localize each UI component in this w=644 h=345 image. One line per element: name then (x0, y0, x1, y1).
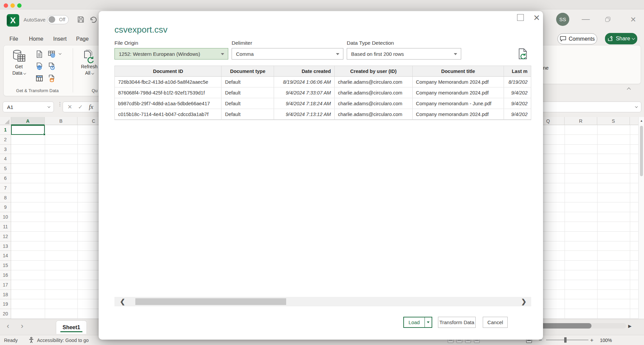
zoom-level[interactable]: 100% (600, 338, 612, 343)
table-row[interactable]: b987cd5b-29f7-4d8d-a1aa-5dbde66ae417Defa… (115, 98, 531, 109)
table-column-header[interactable]: Created by user (ID) (335, 66, 413, 76)
row-header-3[interactable]: 3 (0, 147, 11, 152)
active-cell-a1[interactable] (11, 125, 45, 135)
tab-file[interactable]: File (9, 36, 18, 42)
row-header-9[interactable]: 9 (0, 204, 11, 210)
drag-handle-icon[interactable]: ⋮ (57, 103, 60, 106)
row-header-4[interactable]: 4 (0, 156, 11, 161)
row-header-8[interactable]: 8 (0, 195, 11, 200)
table-cell: charlie.adams@circularo.com (335, 77, 413, 87)
row-header-5[interactable]: 5 (0, 166, 11, 171)
next-sheet-icon[interactable]: › (21, 322, 23, 331)
transform-data-button[interactable]: Transform Data (438, 317, 476, 328)
zoom-traffic-light[interactable] (17, 3, 22, 8)
row-header-10[interactable]: 10 (0, 214, 11, 220)
prev-sheet-icon[interactable]: ‹ (7, 322, 9, 331)
excel-logo-icon[interactable]: X (7, 14, 19, 27)
column-header-R[interactable]: R (565, 117, 597, 125)
table-column-header[interactable]: Date created (274, 66, 335, 76)
get-data-button[interactable]: Get Data (8, 49, 29, 76)
delimiter-select[interactable]: Comma (232, 48, 343, 60)
user-avatar[interactable]: SS (556, 13, 569, 26)
tab-insert[interactable]: Insert (53, 36, 67, 42)
collapse-ribbon-icon[interactable] (627, 87, 631, 91)
row-header-6[interactable]: 6 (0, 176, 11, 181)
table-row[interactable]: c015b18c-7114-4e41-b047-cdccd3a1ab7fDefa… (115, 109, 531, 120)
scroll-left-icon[interactable]: ❮ (120, 298, 125, 305)
sheet-tab[interactable]: Sheet1 (56, 320, 87, 334)
zoom-in-button[interactable]: + (590, 337, 594, 344)
row-header-12[interactable]: 12 (0, 234, 11, 239)
file-origin-select[interactable]: 1252: Western European (Windows) (114, 48, 228, 60)
fill-handle[interactable] (43, 133, 45, 136)
from-text-csv-icon[interactable] (35, 50, 43, 58)
row-header-13[interactable]: 13 (0, 243, 11, 249)
row-header-17[interactable]: 17 (0, 282, 11, 288)
table-row[interactable]: 876068f4-798d-425f-b1f2-92ef17539d1fDefa… (115, 87, 531, 98)
row-header-2[interactable]: 2 (0, 137, 11, 142)
data-type-select[interactable]: Based on first 200 rows (347, 48, 461, 60)
scroll-right-icon[interactable]: ❯ (521, 298, 527, 305)
close-traffic-light[interactable] (4, 3, 8, 8)
fx-cancel-icon[interactable]: × (68, 103, 72, 111)
minimize-traffic-light[interactable] (10, 3, 15, 8)
recent-sources-icon[interactable] (47, 62, 56, 70)
zoom-slider-thumb[interactable] (564, 337, 567, 343)
table-cell: 9/4/202 (504, 87, 531, 98)
from-table-range-icon[interactable] (35, 74, 43, 82)
close-button[interactable]: × (628, 14, 638, 25)
refresh-all-button[interactable]: Refresh All (77, 49, 101, 76)
name-box[interactable]: A1 (3, 102, 54, 112)
table-column-header[interactable]: Document ID (115, 66, 222, 76)
expand-formula-bar-icon[interactable] (635, 105, 638, 108)
row-header-16[interactable]: 16 (0, 272, 11, 278)
tab-page-layout[interactable]: Page (76, 36, 89, 42)
load-button[interactable]: Load (404, 317, 425, 327)
from-picture-icon[interactable] (47, 50, 56, 58)
vertical-scrollbar[interactable]: ▲ (638, 117, 644, 319)
row-header-14[interactable]: 14 (0, 253, 11, 258)
preview-table-scrollbar[interactable]: ❮ ❯ (114, 297, 531, 306)
row-header-11[interactable]: 11 (0, 224, 11, 229)
scroll-right-icon[interactable]: ▶ (628, 323, 632, 329)
existing-connections-icon[interactable] (47, 74, 56, 82)
fx-enter-icon[interactable]: ✓ (78, 104, 83, 111)
zoom-slider[interactable] (546, 340, 588, 340)
chevron-down-icon (47, 105, 50, 108)
row-header-7[interactable]: 7 (0, 185, 11, 191)
save-icon[interactable] (77, 15, 86, 24)
vertical-scroll-thumb[interactable] (640, 126, 643, 176)
autosave-toggle[interactable]: Off (47, 15, 69, 24)
column-header-B[interactable]: B (45, 117, 77, 125)
undo-icon[interactable] (89, 15, 98, 24)
select-all-corner[interactable] (0, 117, 11, 125)
table-cell: 9/4/2024 7:18:24 AM (274, 98, 335, 109)
minimize-button[interactable]: — (581, 14, 591, 24)
column-header-A[interactable]: A (11, 117, 45, 125)
chevron-down-icon[interactable] (59, 52, 61, 54)
dialog-close-button[interactable]: × (532, 11, 542, 24)
table-column-header[interactable]: Document title (413, 66, 504, 76)
table-column-header[interactable]: Document type (222, 66, 274, 76)
cancel-button[interactable]: Cancel (483, 317, 508, 328)
table-column-header[interactable]: Last m (504, 66, 531, 76)
tab-home[interactable]: Home (29, 36, 43, 42)
table-cell: charlie.adams@circularo.com (335, 109, 413, 119)
dialog-maximize-button[interactable] (517, 14, 524, 21)
row-header-15[interactable]: 15 (0, 263, 11, 268)
restore-button[interactable] (605, 17, 610, 22)
dialog-title: csvexport.csv (114, 25, 168, 35)
column-header-S[interactable]: S (597, 117, 630, 125)
row-header-20[interactable]: 20 (0, 311, 11, 316)
fx-icon[interactable]: fx (89, 104, 93, 111)
scroll-up-icon[interactable]: ▲ (639, 119, 644, 122)
refresh-preview-icon[interactable] (518, 48, 528, 60)
row-header-19[interactable]: 19 (0, 301, 11, 307)
row-header-18[interactable]: 18 (0, 292, 11, 297)
row-header-1[interactable]: 1 (0, 127, 11, 132)
from-web-icon[interactable] (35, 62, 43, 70)
load-options-arrow[interactable] (425, 317, 432, 327)
preview-scroll-thumb[interactable] (135, 298, 286, 305)
table-row[interactable]: 726b3044-fbc2-413d-a10d-5a8f42aaec5eDefa… (115, 77, 531, 87)
accessibility-status[interactable]: Accessibility: Good to go (37, 338, 89, 343)
